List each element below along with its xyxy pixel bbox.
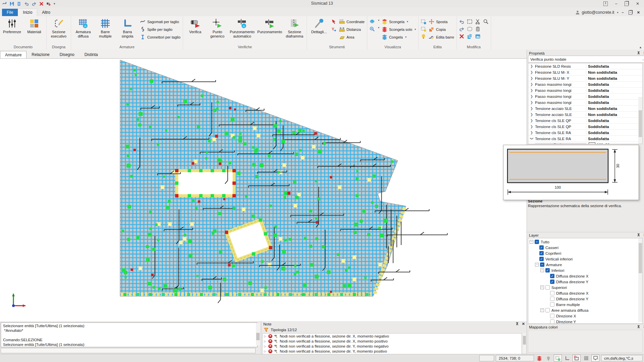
command-log[interactable]: Selezionare entità [Tutte/Ultima] (1 sel… [1, 322, 258, 347]
layer-tree-item[interactable]: ✓Diffusa direzione X [528, 273, 642, 279]
chevron-right-icon[interactable]: ❯ [528, 76, 535, 80]
layer-tree-item[interactable]: ✓Copriferri [528, 250, 642, 256]
punto-generico-button[interactable]: Punto generico [206, 16, 228, 39]
tab-distinta[interactable]: Distinta [79, 51, 103, 58]
chevron-right-icon[interactable]: ❯ [528, 113, 535, 116]
note-item[interactable]: ▷✕Nodi non verificati a flessione, sezio… [263, 339, 522, 344]
chevron-right-icon[interactable]: ❯ [528, 101, 535, 104]
redo-icon[interactable] [32, 1, 37, 6]
save-icon[interactable] [9, 1, 14, 6]
vista-3d-dropdown-icon[interactable]: ▾ [378, 19, 379, 24]
chevron-right-icon[interactable]: ❯ [528, 107, 535, 110]
layer-tree-item[interactable]: Diffusa direzione X [528, 290, 642, 296]
note-filter-row[interactable]: Tipologia 12/12 [261, 327, 527, 333]
checkbox-indeterminate[interactable]: − [535, 240, 539, 244]
account-menu[interactable]: giotto@concrete.it ▾ [575, 10, 622, 16]
layer-tree-item[interactable]: −Aree armatura diffusa [528, 307, 642, 313]
barra-singola-button[interactable]: Barra singola [116, 16, 139, 39]
tree-collapse-icon[interactable]: − [540, 268, 544, 272]
doc-close-icon[interactable]: ✕ [637, 10, 640, 15]
tab-relazione[interactable]: Relazione [26, 51, 54, 58]
checkbox-indeterminate[interactable]: − [540, 262, 544, 267]
mappatura-pin-icon[interactable]: ⊼ [637, 325, 640, 329]
barre-multiple-button[interactable]: Barre multiple [94, 16, 116, 39]
sezione-esecutivo-button[interactable]: Sezione esecutivo [48, 16, 70, 39]
chevron-right-icon[interactable]: ❯ [528, 64, 535, 68]
property-row[interactable]: ❯Passo massimo longiSoddisfatta [528, 81, 642, 87]
statusbar-bulb-icon[interactable] [545, 355, 552, 361]
chevron-right-icon[interactable]: ❯ [528, 82, 535, 86]
chevron-right-icon[interactable]: ❯ [528, 131, 535, 134]
property-row[interactable]: ❯Tensione cls SLE QPSoddisfatta [528, 118, 642, 124]
property-row[interactable]: ❯Flessione SLU M- YNon soddisfatta [528, 75, 642, 81]
property-row[interactable]: ❯Flessione SLD ResisSoddisfatta [528, 63, 642, 69]
congela-button[interactable]: Congela▾ [382, 34, 416, 40]
property-row[interactable]: ❯Passo massimo longiSoddisfatta [528, 94, 642, 100]
checkbox-unchecked[interactable] [550, 319, 554, 324]
layer-tree-item[interactable]: Barre multiple [528, 302, 642, 307]
tree-collapse-icon[interactable]: − [540, 308, 544, 312]
zoom-tool-dropdown-icon[interactable]: ▾ [378, 26, 379, 32]
distanza-button[interactable]: Distanza [339, 26, 365, 32]
layer-tree-item[interactable]: Diffusa direzione Y [528, 296, 642, 302]
checkbox-unchecked[interactable] [550, 302, 554, 307]
ribbon-collapse-icon[interactable]: ▲ [639, 46, 642, 49]
annulla-icon[interactable] [459, 19, 465, 24]
tree-collapse-icon[interactable]: − [540, 286, 544, 289]
punzonamento-button[interactable]: Punzonamento [256, 16, 283, 34]
tab-file[interactable]: File [2, 9, 18, 16]
connettori-per-taglio-button[interactable]: Connettori per taglio [140, 34, 180, 40]
checkbox-checked[interactable]: ✓ [539, 245, 544, 250]
customize-quickaccess-icon[interactable]: ▾ [54, 2, 55, 5]
chevron-right-icon[interactable]: ❯ [528, 95, 535, 98]
checkbox-checked[interactable]: ✓ [539, 257, 544, 261]
checkbox-unchecked[interactable] [545, 308, 550, 312]
layer-tree-item[interactable]: −−Tutto [528, 239, 642, 245]
layer-tree-item[interactable]: ✓Diffusa direzione Y [528, 279, 642, 285]
seleziona-verifica-icon[interactable] [331, 19, 337, 24]
statusbar-layers-icon[interactable] [536, 355, 543, 361]
note-pin-icon[interactable]: ⊼ [516, 322, 519, 326]
coordinate-button[interactable]: XYZ Coordinate [339, 19, 365, 24]
checkbox-unchecked[interactable] [545, 285, 550, 290]
tree-collapse-icon[interactable]: − [530, 240, 533, 244]
evidenzia-selezione-icon[interactable] [421, 19, 426, 24]
scongela-button[interactable]: Scongela▾ [382, 19, 416, 24]
vista-3d-icon[interactable] [369, 19, 375, 24]
copia-button[interactable]: Copia [429, 26, 454, 32]
checkbox-checked[interactable]: ✓ [539, 251, 544, 255]
property-row[interactable]: ❯Flessione SLU M- XNon soddisfatta [528, 69, 642, 75]
tab-disegno[interactable]: Disegno [55, 51, 79, 58]
note-scrollbar[interactable] [523, 333, 526, 353]
layer-pin-icon[interactable]: ⊼ [637, 233, 640, 237]
statusbar-grid-icon[interactable] [582, 355, 590, 361]
chevron-right-icon[interactable]: ❯ [528, 125, 535, 128]
selezione-finestra-icon[interactable] [467, 19, 473, 24]
layer-tree-item[interactable]: −−Armature [528, 262, 642, 267]
doc-restore-icon[interactable]: ▫ [629, 10, 632, 15]
layer-tree-item[interactable]: ✓Verticali inferiori [528, 256, 642, 262]
ripristina-icon[interactable] [459, 26, 465, 32]
evidenzia-entita-icon[interactable] [421, 26, 426, 32]
sagomati-per-taglio-button[interactable]: Sagomati per taglio [140, 19, 180, 24]
open-icon[interactable] [17, 1, 22, 6]
layer-tree-item[interactable]: Direzione X [528, 313, 642, 319]
restore-icon[interactable]: ▫ [625, 1, 629, 6]
layer-tree-item[interactable]: −Superiori [528, 285, 642, 290]
verifica-button[interactable]: Verifica [184, 16, 206, 34]
statusbar-tooltip-icon[interactable] [591, 355, 599, 362]
incolla-icon[interactable] [475, 26, 481, 32]
edita-barre-button[interactable]: Edita barre [429, 34, 454, 40]
note-item[interactable]: ▷✕Nodi non verificati a flessione, sezio… [263, 344, 522, 349]
expand-triangle-icon[interactable]: ▷ [264, 350, 267, 353]
spille-per-taglio-button[interactable]: Spille per taglio [140, 26, 180, 32]
cancel-icon[interactable] [39, 1, 44, 6]
checkbox-checked[interactable]: ✓ [550, 280, 554, 284]
checkbox-unchecked[interactable] [550, 297, 554, 301]
selezione-poligono-icon[interactable] [467, 26, 473, 32]
property-row[interactable]: ❯Tensione acciaio SLENon soddisfatta [528, 112, 642, 118]
undo-icon[interactable] [24, 1, 29, 6]
chevron-down-icon[interactable]: ❯ [530, 135, 534, 142]
taglia-icon[interactable] [475, 19, 481, 24]
properties-selector[interactable]: Verifica punto nodale ⌄ [528, 56, 644, 63]
